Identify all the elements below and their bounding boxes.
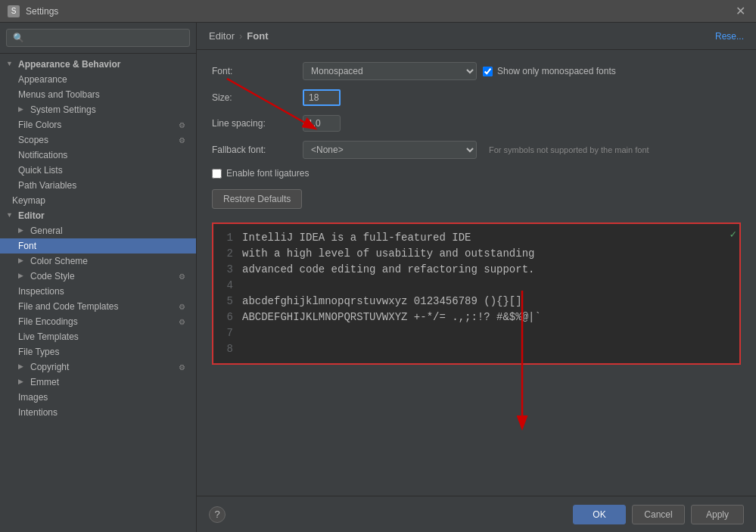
sidebar-item-path-variables[interactable]: Path Variables — [0, 178, 196, 193]
preview-line-1: 1 IntelliJ IDEA is a full-featured IDE — [222, 230, 730, 246]
right-panel: Editor › Font Rese... Font: Monospaced S… — [197, 23, 756, 532]
show-monospaced-row: Show only monospaced fonts — [483, 66, 616, 76]
arrow-right-icon — [18, 257, 27, 266]
line-spacing-row: Line spacing: 1.0 — [212, 115, 741, 132]
fallback-select[interactable]: <None> — [303, 141, 477, 159]
sidebar-item-menus-toolbars[interactable]: Menus and Toolbars — [0, 87, 196, 102]
sidebar-item-editor[interactable]: Editor — [0, 208, 196, 223]
panel-header: Editor › Font Rese... — [197, 23, 756, 50]
sidebar-item-font[interactable]: Font — [0, 238, 196, 254]
gear-icon — [176, 362, 187, 372]
show-monospaced-label: Show only monospaced fonts — [497, 66, 616, 76]
breadcrumb-font: Font — [247, 30, 268, 42]
arrow-right-icon — [18, 272, 27, 281]
line-spacing-input[interactable]: 1.0 — [303, 115, 341, 132]
arrow-right-icon — [18, 105, 27, 114]
line-spacing-label: Line spacing: — [212, 118, 303, 129]
preview-line-7: 7 — [222, 325, 730, 341]
breadcrumb: Editor › Font — [209, 30, 268, 42]
arrow-down-icon — [6, 60, 15, 69]
font-select[interactable]: Monospaced — [303, 62, 477, 80]
preview-line-8: 8 — [222, 341, 730, 357]
sidebar-tree: Appearance & Behavior Appearance Menus a… — [0, 54, 196, 532]
arrow-right-icon — [18, 362, 27, 372]
reset-link[interactable]: Rese... — [715, 31, 744, 42]
ok-button[interactable]: OK — [573, 505, 626, 524]
gear-icon — [176, 316, 187, 327]
line-spacing-controls: 1.0 — [303, 115, 741, 132]
sidebar-item-scopes[interactable]: Scopes — [0, 132, 196, 148]
sidebar-item-color-scheme[interactable]: Color Scheme — [0, 254, 196, 269]
size-label: Size: — [212, 92, 303, 103]
title-bar: S Settings ✕ — [0, 0, 756, 23]
ligatures-row: Enable font ligatures — [212, 168, 741, 179]
sidebar-item-code-style[interactable]: Code Style — [0, 269, 196, 284]
settings-content: Font: Monospaced Show only monospaced fo… — [197, 50, 756, 496]
preview-line-5: 5 abcdefghijklmnopqrstuvwxyz 0123456789 … — [222, 294, 730, 310]
preview-area: ✓ 1 IntelliJ IDEA is a full-featured IDE… — [212, 222, 741, 365]
sidebar-item-general[interactable]: General — [0, 223, 196, 238]
breadcrumb-separator: › — [239, 30, 242, 42]
sidebar-item-file-code-templates[interactable]: File and Code Templates — [0, 299, 196, 314]
sidebar-item-appearance[interactable]: Appearance — [0, 72, 196, 87]
sidebar-item-keymap[interactable]: Keymap — [0, 193, 196, 208]
sidebar-item-file-encodings[interactable]: File Encodings — [0, 314, 196, 329]
apply-button[interactable]: Apply — [691, 505, 744, 524]
gear-icon — [176, 271, 187, 282]
font-row: Font: Monospaced Show only monospaced fo… — [212, 62, 741, 80]
sidebar-item-system-settings[interactable]: System Settings — [0, 102, 196, 117]
size-input[interactable]: 18 — [303, 89, 341, 106]
font-label: Font: — [212, 66, 303, 76]
window-title: Settings — [26, 6, 58, 17]
fallback-controls: <None> For symbols not supported by the … — [303, 141, 741, 159]
sidebar-item-inspections[interactable]: Inspections — [0, 284, 196, 299]
size-row: Size: 18 — [212, 89, 741, 106]
green-check-icon: ✓ — [730, 227, 736, 243]
arrow-down-icon — [6, 211, 15, 220]
fallback-row: Fallback font: <None> For symbols not su… — [212, 141, 741, 159]
sidebar-item-intentions[interactable]: Intentions — [0, 405, 196, 420]
sidebar: Appearance & Behavior Appearance Menus a… — [0, 23, 197, 532]
sidebar-item-live-templates[interactable]: Live Templates — [0, 329, 196, 344]
preview-line-2: 2 with a high level of usability and out… — [222, 246, 730, 262]
gear-icon — [176, 301, 187, 312]
restore-defaults-button[interactable]: Restore Defaults — [212, 189, 302, 209]
fallback-hint: For symbols not supported by the main fo… — [489, 145, 649, 154]
sidebar-item-notifications[interactable]: Notifications — [0, 148, 196, 163]
help-button[interactable]: ? — [209, 506, 226, 523]
bottom-bar: ? OK Cancel Apply — [197, 496, 756, 532]
sidebar-item-file-colors[interactable]: File Colors — [0, 117, 196, 132]
ligatures-checkbox[interactable] — [212, 169, 222, 179]
sidebar-item-file-types[interactable]: File Types — [0, 344, 196, 359]
arrow-right-icon — [18, 226, 27, 235]
sidebar-item-emmet[interactable]: Emmet — [0, 375, 196, 390]
preview-line-3: 3 advanced code editing and refactoring … — [222, 262, 730, 278]
gear-icon — [176, 120, 187, 130]
sidebar-item-copyright[interactable]: Copyright — [0, 359, 196, 375]
app-icon: S — [8, 5, 20, 17]
main-layout: Appearance & Behavior Appearance Menus a… — [0, 23, 756, 532]
font-controls: Monospaced Show only monospaced fonts — [303, 62, 741, 80]
show-monospaced-checkbox[interactable] — [483, 67, 493, 76]
search-box — [0, 23, 196, 54]
ligatures-label: Enable font ligatures — [226, 168, 309, 179]
sidebar-item-images[interactable]: Images — [0, 390, 196, 405]
cancel-button[interactable]: Cancel — [632, 505, 685, 524]
arrow-right-icon — [18, 378, 27, 387]
sidebar-item-appearance-behavior[interactable]: Appearance & Behavior — [0, 57, 196, 72]
preview-container: ✓ 1 IntelliJ IDEA is a full-featured IDE… — [212, 222, 741, 365]
search-input[interactable] — [6, 29, 190, 47]
gear-icon — [176, 135, 187, 145]
close-button[interactable]: ✕ — [733, 4, 748, 18]
preview-line-4: 4 — [222, 278, 730, 294]
size-controls: 18 — [303, 89, 741, 106]
sidebar-item-quick-lists[interactable]: Quick Lists — [0, 163, 196, 178]
preview-line-6: 6 ABCDEFGHIJKLMNOPQRSTUVWXYZ +-*/= .,;:!… — [222, 310, 730, 325]
fallback-label: Fallback font: — [212, 145, 303, 155]
breadcrumb-editor: Editor — [209, 30, 235, 42]
